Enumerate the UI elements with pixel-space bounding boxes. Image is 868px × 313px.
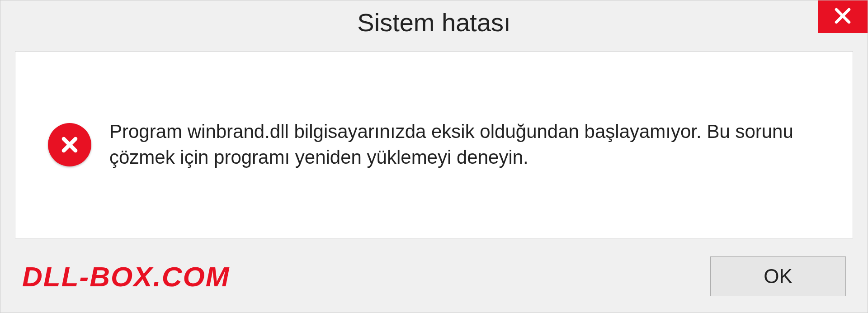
ok-button[interactable]: OK [710, 256, 846, 296]
close-icon [832, 5, 854, 28]
close-button[interactable] [818, 0, 868, 33]
content-area: Program winbrand.dll bilgisayarınızda ek… [15, 51, 853, 238]
watermark-text: DLL-BOX.COM [22, 261, 230, 293]
error-icon-wrap [42, 123, 97, 166]
error-icon [48, 123, 91, 166]
error-message: Program winbrand.dll bilgisayarınızda ek… [109, 119, 826, 170]
titlebar: Sistem hatası [0, 0, 868, 44]
ok-button-label: OK [764, 265, 793, 288]
footer: DLL-BOX.COM OK [0, 246, 868, 313]
dialog-title: Sistem hatası [0, 8, 868, 37]
error-dialog: Sistem hatası Program winbrand.dll bilgi… [0, 0, 868, 313]
